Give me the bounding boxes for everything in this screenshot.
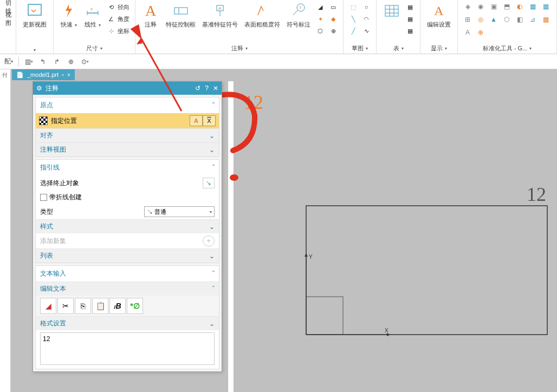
cut-icon[interactable]: ✂ xyxy=(57,298,74,314)
checker-icon xyxy=(39,116,48,125)
style-row[interactable]: 样式⌄ xyxy=(36,219,219,233)
update-view-btn[interactable]: 更新视图 xyxy=(21,1,49,30)
std-ico[interactable]: ⬡ xyxy=(502,15,511,24)
chevron-down-icon: ⌄ xyxy=(209,146,215,154)
linear-dim-btn[interactable]: x 线性 ▾ xyxy=(82,1,103,30)
select-end-row: 选择终止对象 ↘ xyxy=(36,175,219,191)
chevron-down-icon: ⌄ xyxy=(209,223,215,231)
polyline-row[interactable]: 带折线创建 xyxy=(36,191,219,204)
select-end-btn[interactable]: ↘ xyxy=(203,178,215,188)
specify-location-row[interactable]: 指定位置 A X xyxy=(36,113,219,128)
add-set-btn: + xyxy=(203,236,215,246)
checkbox[interactable] xyxy=(40,194,47,201)
std-ico[interactable]: ⬒ xyxy=(502,2,511,11)
svg-line-12 xyxy=(293,10,297,15)
quick-btn[interactable]: ▥▾ xyxy=(22,56,35,68)
anno-small4[interactable]: ▭ xyxy=(328,1,339,13)
std-ico[interactable]: ◉ xyxy=(476,2,485,11)
specify-btn-x[interactable]: X xyxy=(203,115,216,126)
edit-text-row[interactable]: 编辑文本ˆ xyxy=(36,282,219,296)
std-ico[interactable]: ▦ xyxy=(541,2,550,11)
annotation-view-row[interactable]: 注释视图⌄ xyxy=(36,142,219,156)
quick-btn[interactable]: ↰ xyxy=(36,56,49,68)
quick-menu[interactable]: 配 ▾ xyxy=(2,56,15,68)
symbol-icon[interactable]: *∅ xyxy=(127,298,143,314)
angle-btn[interactable]: ∠角度 xyxy=(106,13,131,25)
section-leader[interactable]: 指引线ˆ xyxy=(36,160,219,175)
balloon-btn[interactable]: 7 符号标注 xyxy=(284,1,313,30)
anno-small2[interactable]: ✦ xyxy=(315,13,326,25)
anno-small5[interactable]: ◆ xyxy=(328,13,339,25)
anno-small3[interactable]: ⬡ xyxy=(315,25,326,37)
ribbon: 切线 视图 更新视图 ▾ 快速 ▾ x 线性 ▾ ⟲径向 ∠角度 xyxy=(0,0,557,54)
std-ico[interactable]: ▦ xyxy=(541,15,550,24)
annotation-text-input[interactable] xyxy=(40,332,215,365)
svg-rect-5 xyxy=(174,8,187,14)
view-btn[interactable]: 视图 xyxy=(4,13,12,25)
std-ico[interactable]: ▲ xyxy=(489,15,498,24)
section-text-input[interactable]: 文本输入ˆ xyxy=(36,266,219,282)
std-ico[interactable]: ▣ xyxy=(489,2,498,11)
chevron-up-icon: ˆ xyxy=(212,285,215,293)
std-ico[interactable]: ◈ xyxy=(463,2,472,11)
note-btn[interactable]: A 注释 xyxy=(140,1,161,30)
quick-btn[interactable]: ↱ xyxy=(50,56,63,68)
table-s3[interactable]: ▦ xyxy=(405,25,416,37)
anno-small1[interactable]: ◢ xyxy=(315,1,326,13)
edit-a-icon: A xyxy=(430,2,448,19)
std-ico[interactable]: ◧ xyxy=(515,15,524,24)
sketch-btn3[interactable]: ╱ xyxy=(348,25,359,37)
sketch-btn6[interactable]: ∿ xyxy=(361,25,372,37)
std-ico[interactable]: ⊕ xyxy=(476,28,485,37)
svg-text:A: A xyxy=(218,6,222,11)
coord-btn[interactable]: ⊹坐标 xyxy=(106,25,131,37)
list-row[interactable]: 列表⌄ xyxy=(36,249,219,263)
coord-icon: ⊹ xyxy=(107,27,115,35)
chevron-down-icon: ⌄ xyxy=(209,320,215,328)
angle-icon: ∠ xyxy=(107,15,115,23)
table-s2[interactable]: ▦ xyxy=(405,13,416,25)
table-s1[interactable]: ▦ xyxy=(405,1,416,13)
std-ico[interactable]: ◐ xyxy=(515,2,524,11)
section-origin[interactable]: 原点ˆ xyxy=(36,97,219,113)
table-btn[interactable] xyxy=(381,1,403,21)
clear-icon[interactable]: ◢ xyxy=(40,298,56,314)
sketch-btn4[interactable]: ○ xyxy=(361,1,372,13)
gear-icon: ⚙ xyxy=(36,84,42,92)
paste-icon[interactable]: 📋 xyxy=(92,298,108,314)
std-ico[interactable]: A xyxy=(463,28,472,37)
help-icon[interactable]: ? xyxy=(205,84,209,92)
align-row[interactable]: 对齐⌄ xyxy=(36,128,219,142)
format-row[interactable]: 格式设置⌄ xyxy=(36,316,219,330)
annotation-dialog: ⚙ 注释 ↺ ? ✕ 原点ˆ 指定位置 A X xyxy=(33,81,222,372)
dialog-titlebar[interactable]: ⚙ 注释 ↺ ? ✕ xyxy=(33,82,222,95)
undo-icon[interactable]: ↺ xyxy=(195,84,200,92)
type-row: 类型 ↘ 普通 ▾ xyxy=(36,204,219,219)
chevron-down-icon: ⌄ xyxy=(209,132,215,140)
std-ico[interactable]: ⊿ xyxy=(528,15,537,24)
fast-dim-btn[interactable]: 快速 ▾ xyxy=(58,1,80,30)
quick-btn[interactable]: ⊙▾ xyxy=(79,56,92,68)
fcf-btn[interactable]: 特征控制框 xyxy=(164,1,198,30)
anno-small6[interactable]: ⊕ xyxy=(328,25,339,37)
std-ico[interactable]: ▦ xyxy=(528,2,537,11)
copy-icon[interactable]: ⎘ xyxy=(75,298,91,314)
sketch-btn5[interactable]: ◠ xyxy=(361,13,372,25)
balloon-icon: 7 xyxy=(290,2,307,19)
std-ico[interactable]: ⊞ xyxy=(463,15,472,24)
specify-btn-a[interactable]: A xyxy=(190,115,203,126)
datum-btn[interactable]: A 基准特征符号 xyxy=(200,1,240,30)
sketch-btn2[interactable]: ╲ xyxy=(348,13,359,25)
type-select[interactable]: ↘ 普通 ▾ xyxy=(144,206,215,217)
svg-rect-0 xyxy=(28,4,41,15)
bold-italic-icon[interactable]: ᵢB xyxy=(109,298,126,314)
add-set-row: 添加新集 + xyxy=(36,233,219,249)
sketch-btn1[interactable]: ⬚ xyxy=(348,1,359,13)
table-icon xyxy=(383,2,400,19)
surface-btn[interactable]: 表面粗糙度符 xyxy=(242,1,282,30)
quick-btn[interactable]: ⊕ xyxy=(64,56,77,68)
close-icon[interactable]: ✕ xyxy=(213,84,218,92)
edit-settings-btn[interactable]: A 编辑设置 xyxy=(425,1,453,30)
radial-btn[interactable]: ⟲径向 xyxy=(106,1,131,13)
std-ico[interactable]: ◎ xyxy=(476,15,485,24)
